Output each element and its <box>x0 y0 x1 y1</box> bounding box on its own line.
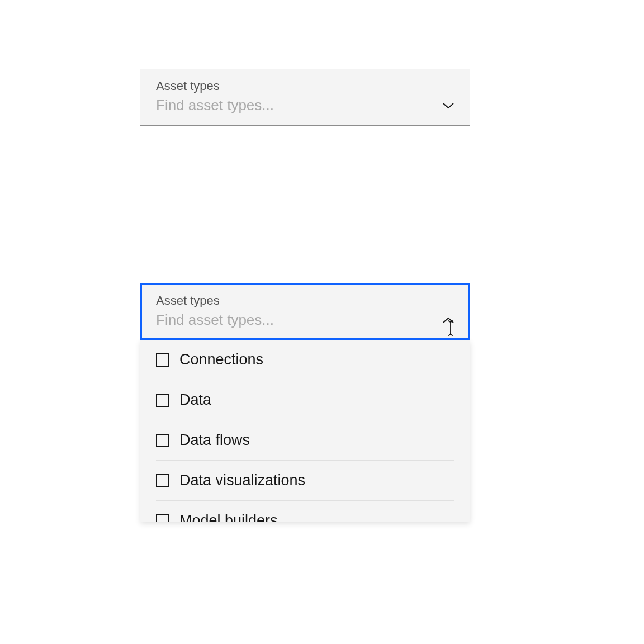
option-label: Data visualizations <box>179 472 305 489</box>
checkbox-icon[interactable] <box>156 394 169 407</box>
list-item[interactable]: Model builders <box>140 501 470 522</box>
checkbox-icon[interactable] <box>156 434 169 447</box>
list-item[interactable]: Data flows <box>140 420 470 461</box>
list-item[interactable]: Data visualizations <box>140 461 470 501</box>
option-label: Model builders <box>179 512 278 522</box>
asset-types-combobox-open[interactable]: Asset types Connections Data <box>140 283 470 522</box>
combobox-label: Asset types <box>156 293 454 308</box>
checkbox-icon[interactable] <box>156 514 169 522</box>
asset-types-input[interactable] <box>156 97 435 114</box>
list-item[interactable]: Connections <box>140 340 470 380</box>
option-label: Data <box>179 391 211 409</box>
chevron-down-icon[interactable] <box>442 102 454 110</box>
option-label: Data flows <box>179 432 250 449</box>
list-item[interactable]: Data <box>140 380 470 420</box>
option-label: Connections <box>179 351 263 368</box>
checkbox-icon[interactable] <box>156 474 169 487</box>
horizontal-divider <box>0 203 644 203</box>
asset-types-combobox-closed[interactable]: Asset types <box>140 69 470 126</box>
checkbox-icon[interactable] <box>156 353 169 367</box>
chevron-up-icon[interactable] <box>442 316 454 324</box>
asset-types-input[interactable] <box>156 311 435 329</box>
combobox-label: Asset types <box>156 79 454 93</box>
asset-types-dropdown-list: Connections Data Data flows Data visuali… <box>140 340 470 522</box>
